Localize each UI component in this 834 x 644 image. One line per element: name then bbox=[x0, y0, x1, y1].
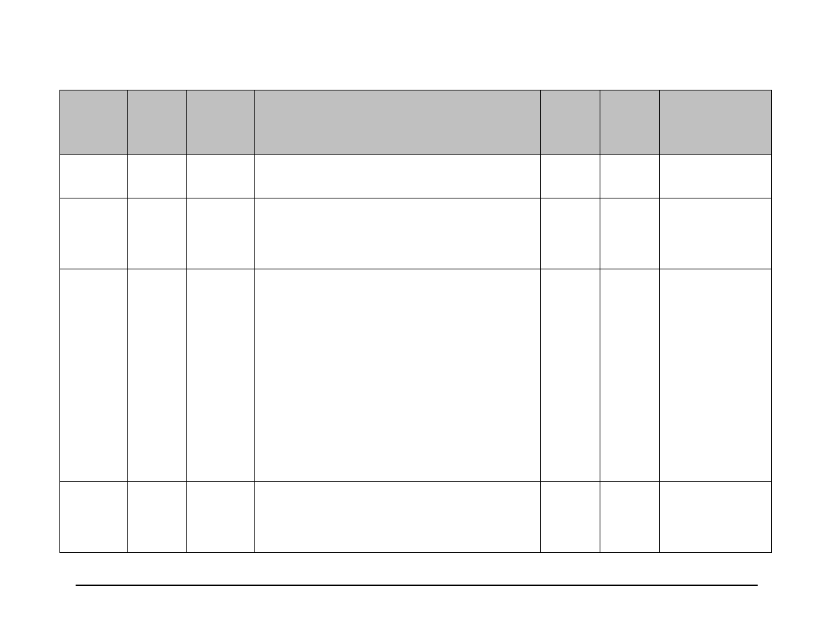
table-cell bbox=[541, 482, 600, 553]
table-cell bbox=[187, 269, 255, 482]
table-header-cell bbox=[541, 90, 600, 155]
table-header-cell bbox=[187, 90, 255, 155]
table-cell bbox=[541, 198, 600, 269]
table-cell bbox=[255, 269, 541, 482]
table-header-cell bbox=[255, 90, 541, 155]
table-header-cell bbox=[660, 90, 772, 155]
table-cell bbox=[600, 198, 660, 269]
table-header-cell bbox=[60, 90, 128, 155]
data-table bbox=[59, 90, 772, 553]
table-header-cell bbox=[128, 90, 187, 155]
table-cell bbox=[60, 198, 128, 269]
table-cell bbox=[128, 198, 187, 269]
table-cell bbox=[600, 269, 660, 482]
table-row bbox=[60, 198, 772, 269]
table-cell bbox=[60, 482, 128, 553]
table-cell bbox=[255, 198, 541, 269]
document-page bbox=[0, 0, 834, 644]
table-cell bbox=[128, 482, 187, 553]
table-cell bbox=[541, 269, 600, 482]
table-cell bbox=[255, 482, 541, 553]
table-cell bbox=[600, 482, 660, 553]
table-row bbox=[60, 269, 772, 482]
table-cell bbox=[60, 269, 128, 482]
table-cell bbox=[660, 155, 772, 198]
table-cell bbox=[60, 155, 128, 198]
footer-divider bbox=[76, 585, 758, 586]
table-cell bbox=[660, 482, 772, 553]
table-cell bbox=[255, 155, 541, 198]
table-cell bbox=[187, 155, 255, 198]
table-cell bbox=[128, 269, 187, 482]
table-header-row bbox=[60, 90, 772, 155]
table-cell bbox=[660, 269, 772, 482]
table-cell bbox=[660, 198, 772, 269]
table-header-cell bbox=[600, 90, 660, 155]
table-row bbox=[60, 155, 772, 198]
table-row bbox=[60, 482, 772, 553]
table-cell bbox=[187, 482, 255, 553]
table-cell bbox=[187, 198, 255, 269]
table-cell bbox=[541, 155, 600, 198]
table-cell bbox=[600, 155, 660, 198]
table-cell bbox=[128, 155, 187, 198]
